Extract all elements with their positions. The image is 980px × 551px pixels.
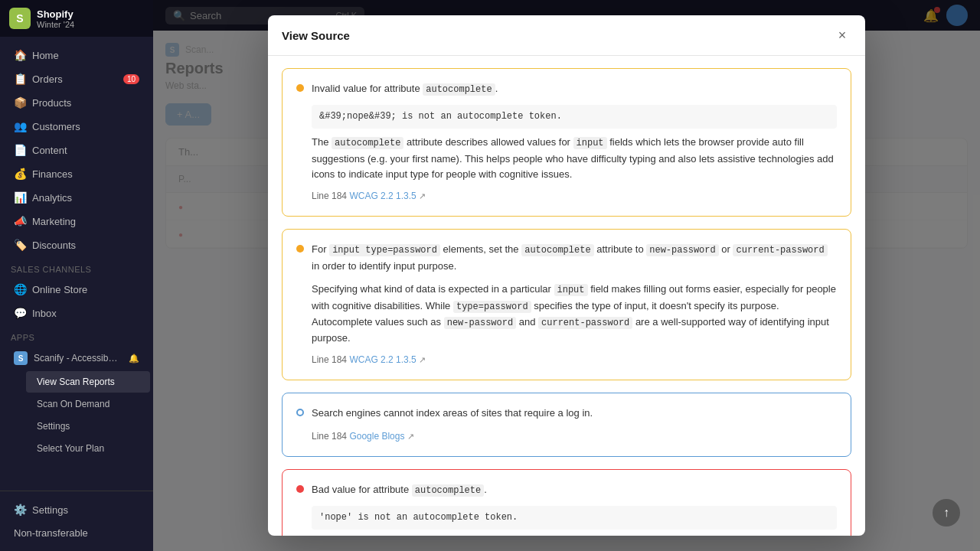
external-link-icon-2: ↗ bbox=[419, 355, 426, 364]
warning-dot-icon bbox=[296, 84, 304, 92]
app-name: Shopify bbox=[37, 8, 74, 20]
error-dot-icon bbox=[296, 485, 304, 493]
inbox-icon: 💬 bbox=[14, 307, 26, 319]
modal-title: View Source bbox=[282, 29, 350, 42]
issue-header-4: Bad value for attribute autocomplete. bbox=[296, 482, 837, 498]
sidebar-item-label: Settings bbox=[32, 504, 68, 516]
customers-icon: 👥 bbox=[14, 120, 26, 132]
shopify-logo-icon: S bbox=[9, 8, 31, 29]
code-block-4: 'nope' is not an autocomplete token. bbox=[312, 506, 837, 530]
analytics-icon: 📊 bbox=[14, 191, 26, 204]
info-dot-icon bbox=[296, 409, 304, 416]
issue-card-4: Bad value for attribute autocomplete. 'n… bbox=[282, 469, 851, 536]
issue-title-2: For input type=password elements, set th… bbox=[312, 242, 837, 274]
sidebar-bottom: ⚙️ Settings Non-transferable bbox=[0, 491, 153, 551]
google-blogs-link[interactable]: Google Blogs bbox=[349, 431, 407, 442]
sidebar-item-view-scan-reports[interactable]: View Scan Reports bbox=[26, 371, 150, 393]
issue-body-3: Line 184 Google Blogs ↗ bbox=[312, 429, 837, 444]
sidebar-item-customers[interactable]: 👥 Customers bbox=[3, 115, 150, 138]
code-block-1: &#39;nope&#39; is not an autocomplete to… bbox=[312, 105, 837, 129]
sidebar-item-label: Finances bbox=[32, 168, 73, 180]
sidebar-item-label: Products bbox=[32, 97, 71, 109]
orders-badge: 10 bbox=[123, 74, 139, 84]
issue-header-2: For input type=password elements, set th… bbox=[296, 242, 837, 274]
sidebar-item-select-your-plan[interactable]: Select Your Plan bbox=[26, 438, 150, 459]
sidebar-item-settings-sub[interactable]: Settings bbox=[26, 416, 150, 437]
notification-bell-icon: 🔔 bbox=[129, 354, 139, 364]
sidebar-item-label: Non-transferable bbox=[14, 527, 88, 539]
issue-line-2: Line 184 WCAG 2.2 1.3.5 ↗ bbox=[312, 353, 837, 367]
wcag-link-2[interactable]: WCAG 2.2 1.3.5 bbox=[349, 354, 416, 365]
issue-title-1: Invalid value for attribute autocomplete… bbox=[312, 81, 498, 97]
sidebar-item-marketing[interactable]: 📣 Marketing bbox=[3, 210, 150, 233]
sidebar-item-label: Marketing bbox=[32, 216, 76, 227]
products-icon: 📦 bbox=[14, 96, 26, 109]
sidebar-item-scan-on-demand[interactable]: Scan On Demand bbox=[26, 393, 150, 415]
sidebar-item-settings[interactable]: ⚙️ Settings bbox=[3, 498, 150, 521]
sidebar-item-scanify[interactable]: S Scanify - Accessibility ... 🔔 bbox=[3, 346, 150, 370]
issue-card-3: Search engines cannot index areas of sit… bbox=[282, 393, 851, 457]
sidebar-item-orders[interactable]: 📋 Orders 10 bbox=[3, 67, 150, 90]
issue-description-1: The autocomplete attribute describes all… bbox=[312, 135, 837, 183]
modal-overlay: View Source × Invalid value for attribut… bbox=[153, 0, 980, 551]
sidebar-item-label: Customers bbox=[32, 121, 80, 132]
modal-body[interactable]: Invalid value for attribute autocomplete… bbox=[268, 56, 865, 536]
issue-card-1: Invalid value for attribute autocomplete… bbox=[282, 68, 851, 217]
sidebar-item-label: Settings bbox=[37, 421, 70, 432]
discounts-icon: 🏷️ bbox=[14, 239, 26, 251]
sidebar-item-content[interactable]: 📄 Content bbox=[3, 139, 150, 161]
sidebar-item-label: Discounts bbox=[32, 240, 76, 251]
sidebar-item-home[interactable]: 🏠 Home bbox=[3, 44, 150, 67]
sidebar-item-label: Orders bbox=[32, 73, 63, 85]
sidebar-nav: 🏠 Home 📋 Orders 10 📦 Products 👥 Customer… bbox=[0, 37, 153, 491]
finances-icon: 💰 bbox=[14, 168, 26, 180]
issue-line-1: Line 184 WCAG 2.2 1.3.5 ↗ bbox=[312, 189, 837, 204]
issue-body-4: 'nope' is not an autocomplete token. The… bbox=[312, 506, 837, 536]
issue-body-1: &#39;nope&#39; is not an autocomplete to… bbox=[312, 105, 837, 204]
modal-header: View Source × bbox=[268, 15, 865, 56]
scanify-icon: S bbox=[14, 351, 28, 365]
sidebar-item-products[interactable]: 📦 Products bbox=[3, 91, 150, 114]
wcag-link-1[interactable]: WCAG 2.2 1.3.5 bbox=[349, 191, 416, 201]
sidebar-item-label: Analytics bbox=[32, 192, 72, 204]
marketing-icon: 📣 bbox=[14, 215, 26, 227]
sidebar-item-label: Select Your Plan bbox=[37, 443, 104, 454]
sidebar: S Shopify Winter '24 🏠 Home 📋 Orders 10 … bbox=[0, 0, 153, 551]
issue-body-2: Specifying what kind of data is expected… bbox=[312, 282, 837, 367]
sidebar-item-non-transferable[interactable]: Non-transferable bbox=[3, 522, 150, 544]
issue-header-3: Search engines cannot index areas of sit… bbox=[296, 406, 837, 422]
scanify-submenu: View Scan Reports Scan On Demand Setting… bbox=[0, 371, 153, 459]
sidebar-item-label: Home bbox=[32, 50, 59, 61]
issue-description-2: Specifying what kind of data is expected… bbox=[312, 282, 837, 346]
sales-channels-section: Sales channels bbox=[0, 257, 153, 277]
sidebar-item-label: Inbox bbox=[32, 308, 57, 319]
sidebar-item-finances[interactable]: 💰 Finances bbox=[3, 162, 150, 185]
sidebar-item-label: Content bbox=[32, 145, 67, 156]
issue-title-3: Search engines cannot index areas of sit… bbox=[312, 406, 593, 422]
sidebar-item-label: Scan On Demand bbox=[37, 399, 109, 409]
external-link-icon-3: ↗ bbox=[407, 432, 414, 441]
online-store-icon: 🌐 bbox=[14, 283, 26, 295]
external-link-icon: ↗ bbox=[419, 191, 426, 201]
sidebar-item-discounts[interactable]: 🏷️ Discounts bbox=[3, 233, 150, 256]
apps-section: Apps bbox=[0, 325, 153, 345]
main-content: 🔍 Search Ctrl K 🔔 S Scan... Reports Web … bbox=[153, 0, 980, 551]
sidebar-item-label: View Scan Reports bbox=[37, 377, 115, 387]
issue-title-4: Bad value for attribute autocomplete. bbox=[312, 482, 487, 498]
issue-header-1: Invalid value for attribute autocomplete… bbox=[296, 81, 837, 97]
sidebar-item-inbox[interactable]: 💬 Inbox bbox=[3, 302, 150, 324]
sidebar-item-label: Online Store bbox=[32, 284, 87, 295]
app-badge: Winter '24 bbox=[37, 20, 74, 29]
modal-close-button[interactable]: × bbox=[833, 26, 851, 44]
issue-card-2: For input type=password elements, set th… bbox=[282, 229, 851, 380]
view-source-modal: View Source × Invalid value for attribut… bbox=[268, 15, 865, 536]
warning-dot-icon-2 bbox=[296, 245, 304, 253]
orders-icon: 📋 bbox=[14, 73, 26, 85]
content-icon: 📄 bbox=[14, 144, 26, 156]
sidebar-item-analytics[interactable]: 📊 Analytics bbox=[3, 186, 150, 209]
sidebar-header: S Shopify Winter '24 bbox=[0, 0, 153, 37]
sidebar-item-online-store[interactable]: 🌐 Online Store bbox=[3, 278, 150, 301]
issue-line-3: Line 184 Google Blogs ↗ bbox=[312, 429, 837, 444]
sidebar-item-label: Scanify - Accessibility ... bbox=[34, 353, 118, 364]
settings-icon: ⚙️ bbox=[14, 504, 26, 516]
